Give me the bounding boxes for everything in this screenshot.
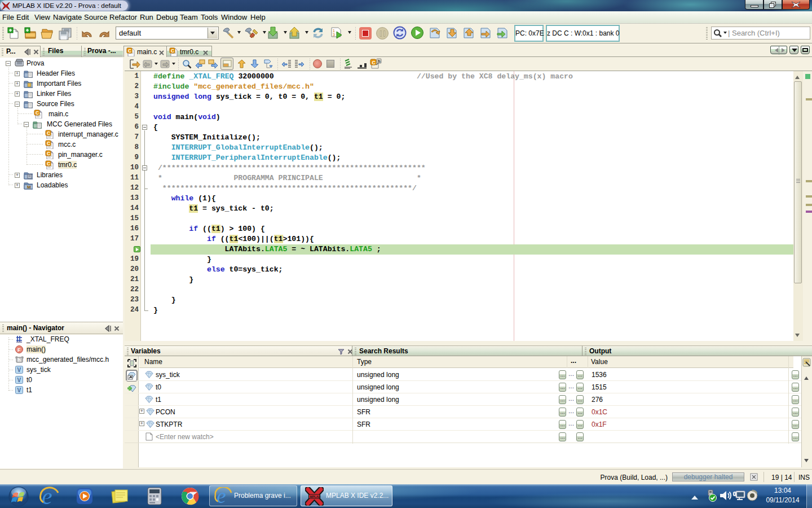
svg-text:h: h — [378, 59, 381, 64]
svg-text:V: V — [17, 367, 21, 373]
svg-text:C: C — [47, 151, 50, 156]
svg-text:h: h — [18, 357, 21, 363]
svg-text:C: C — [47, 141, 50, 146]
svg-text:e: e — [217, 487, 226, 505]
svg-text:V: V — [17, 387, 21, 393]
svg-text:M: M — [27, 185, 31, 190]
svg-text:C: C — [128, 48, 131, 54]
svg-text:C: C — [47, 161, 50, 167]
svg-text:V: V — [17, 377, 21, 383]
svg-text:C: C — [372, 60, 376, 65]
svg-text:1: 1 — [333, 29, 335, 33]
svg-text:F: F — [17, 347, 21, 353]
svg-text:C: C — [171, 48, 174, 54]
svg-text:3: 3 — [333, 33, 335, 37]
svg-text:C: C — [36, 110, 39, 116]
svg-text:MPLAB: MPLAB — [310, 495, 320, 498]
svg-text:C: C — [47, 130, 50, 136]
